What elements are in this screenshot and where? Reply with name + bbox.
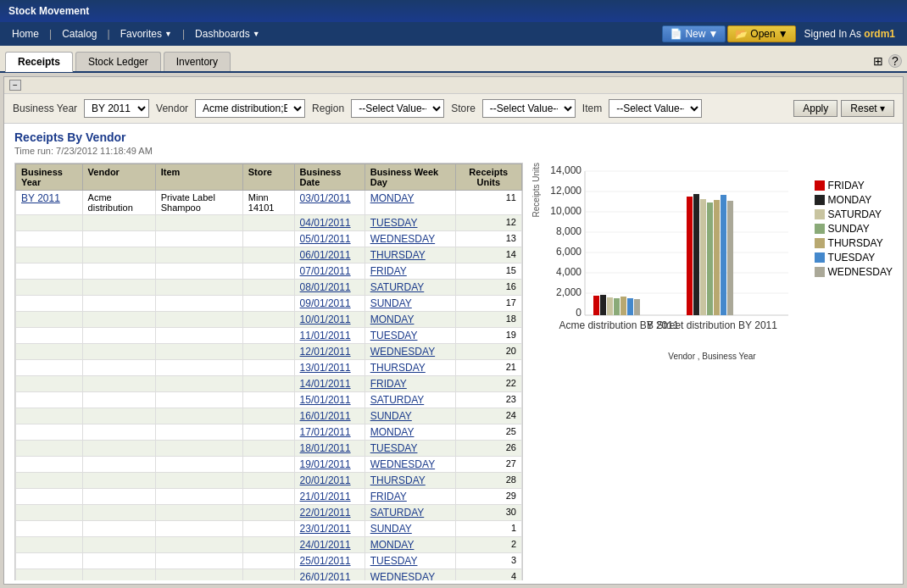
open-button[interactable]: 📂 Open ▼ — [727, 25, 795, 42]
table-row: 09/01/2011 SUNDAY 17 — [16, 296, 522, 312]
svg-rect-18 — [600, 295, 606, 315]
tab-receipts[interactable]: Receipts — [5, 52, 73, 72]
table-row: 21/01/2011 FRIDAY 29 — [16, 489, 522, 505]
open-icon: 📂 — [735, 28, 748, 40]
svg-rect-27 — [707, 202, 713, 315]
chart-legend: FRIDAYMONDAYSATURDAYSUNDAYTHURSDAYTUESDA… — [815, 163, 893, 278]
main-content: − Business Year BY 2011 Vendor Acme dist… — [3, 76, 904, 585]
grid-icon[interactable]: ⊞ — [873, 54, 883, 68]
vendor-label: Vendor — [156, 103, 188, 114]
table-row: 22/01/2011 SATURDAY 30 — [16, 505, 522, 521]
table-row: 20/01/2011 THURSDAY 28 — [16, 473, 522, 489]
svg-rect-22 — [627, 298, 633, 315]
table-row: 17/01/2011 MONDAY 25 — [16, 424, 522, 441]
table-row: 24/01/2011 MONDAY 2 — [16, 537, 522, 553]
table-row: 19/01/2011 WEDNESDAY 27 — [16, 457, 522, 473]
business-year-label: Business Year — [13, 103, 77, 114]
table-row: 15/01/2011 SATURDAY 23 — [16, 392, 522, 408]
table-row: 18/01/2011 TUESDAY 26 — [16, 441, 522, 457]
table-row: 23/01/2011 SUNDAY 1 — [16, 521, 522, 537]
report-title: Receipts By Vendor — [14, 130, 893, 144]
svg-rect-25 — [693, 194, 699, 315]
tab-inventory[interactable]: Inventory — [164, 52, 231, 71]
tabs-right: ⊞ ? — [873, 54, 902, 71]
table-row: 04/01/2011 TUESDAY 12 — [16, 215, 522, 231]
svg-rect-23 — [634, 299, 640, 315]
table-row: 26/01/2011 WEDNESDAY 4 — [16, 569, 522, 581]
svg-rect-20 — [614, 298, 620, 315]
legend-item: SATURDAY — [815, 208, 893, 220]
table-row: 11/01/2011 TUESDAY 19 — [16, 328, 522, 344]
table-row: 06/01/2011 THURSDAY 14 — [16, 247, 522, 263]
svg-text:2,000: 2,000 — [556, 286, 581, 298]
nav-home[interactable]: Home — [5, 25, 46, 43]
y-axis-label: Receipts Units — [531, 163, 541, 217]
table-row: 25/01/2011 TUESDAY 3 — [16, 553, 522, 569]
svg-rect-24 — [687, 197, 693, 315]
collapse-bar: − — [4, 77, 903, 94]
tab-stock-ledger[interactable]: Stock Ledger — [75, 52, 161, 71]
table-row: 12/01/2011 WEDNESDAY 20 — [16, 344, 522, 360]
svg-text:0: 0 — [576, 307, 581, 319]
apply-button[interactable]: Apply — [793, 100, 837, 117]
business-year-select[interactable]: BY 2011 — [84, 99, 149, 118]
item-select[interactable]: --Select Value-- — [609, 99, 702, 118]
table-row: 05/01/2011 WEDNESDAY 13 — [16, 231, 522, 247]
chart-x-title: Vendor , Business Year — [668, 352, 755, 361]
legend-item: TUESDAY — [815, 252, 893, 263]
legend-item: THURSDAY — [815, 237, 893, 249]
svg-rect-28 — [714, 200, 720, 315]
report-time: Time run: 7/23/2012 11:18:49 AM — [14, 146, 893, 156]
svg-rect-29 — [721, 195, 726, 315]
collapse-icon[interactable]: − — [9, 80, 21, 91]
reset-button[interactable]: Reset ▾ — [841, 100, 894, 117]
col-item: Item — [155, 164, 242, 191]
table-row: 08/01/2011 SATURDAY 16 — [16, 280, 522, 296]
table-row: BY 2011 Acme distribution Private Label … — [16, 191, 522, 215]
svg-text:12,000: 12,000 — [551, 185, 581, 197]
table-row: 10/01/2011 MONDAY 18 — [16, 312, 522, 328]
nav-catalog[interactable]: Catalog — [55, 25, 103, 43]
signed-in-label: Signed In As ordm1 — [798, 25, 902, 43]
item-label: Item — [582, 103, 602, 114]
legend-item: FRIDAY — [815, 180, 893, 191]
svg-text:6,000: 6,000 — [556, 246, 581, 258]
top-nav-right: 📄 New ▼ 📂 Open ▼ Signed In As ordm1 — [662, 25, 902, 43]
table-row: 13/01/2011 THURSDAY 21 — [16, 360, 522, 376]
top-nav: Home | Catalog | Favorites ▼ | Dashboard… — [0, 22, 907, 46]
open-arrow-icon: ▼ — [778, 28, 788, 40]
table-row: 16/01/2011 SUNDAY 24 — [16, 408, 522, 424]
col-business-date: Business Date — [294, 164, 364, 191]
content-split: Business Year Vendor Item Store Business… — [14, 163, 893, 580]
col-business-year: Business Year — [16, 164, 83, 191]
col-business-week-day: Business Week Day — [364, 164, 455, 191]
table-row: 14/01/2011 FRIDAY 22 — [16, 376, 522, 392]
new-arrow-icon: ▼ — [708, 28, 718, 40]
store-select[interactable]: --Select Value-- — [482, 99, 576, 118]
filter-area: Business Year BY 2011 Vendor Acme distri… — [4, 94, 903, 124]
table-row: 07/01/2011 FRIDAY 15 — [16, 263, 522, 280]
tabs-bar: Receipts Stock Ledger Inventory ⊞ ? — [0, 46, 907, 73]
legend-item: SUNDAY — [815, 223, 893, 235]
svg-text:14,000: 14,000 — [551, 164, 581, 176]
data-table: Business Year Vendor Item Store Business… — [14, 163, 523, 580]
nav-dashboards[interactable]: Dashboards ▼ — [188, 25, 267, 43]
report-area: Receipts By Vendor Time run: 7/23/2012 1… — [4, 124, 903, 584]
vendor-select[interactable]: Acme distribution;B S — [195, 99, 305, 118]
svg-rect-21 — [620, 297, 626, 315]
favorites-arrow-icon: ▼ — [164, 30, 172, 38]
svg-rect-19 — [607, 297, 613, 315]
chart-wrapper: Receipts Units — [531, 163, 893, 352]
new-button[interactable]: 📄 New ▼ — [662, 25, 726, 42]
svg-rect-30 — [727, 201, 733, 315]
store-label: Store — [451, 103, 476, 114]
svg-text:10,000: 10,000 — [551, 205, 581, 217]
help-icon[interactable]: ? — [888, 54, 902, 68]
col-receipts-units: Receipts Units — [455, 164, 521, 191]
app-title: Stock Movement — [8, 5, 89, 17]
svg-text:B Street distribution BY 2011: B Street distribution BY 2011 — [647, 319, 777, 331]
nav-favorites[interactable]: Favorites ▼ — [114, 25, 179, 43]
svg-rect-26 — [700, 199, 706, 315]
chart-area: Receipts Units — [531, 163, 893, 580]
region-select[interactable]: --Select Value-- — [351, 99, 444, 118]
